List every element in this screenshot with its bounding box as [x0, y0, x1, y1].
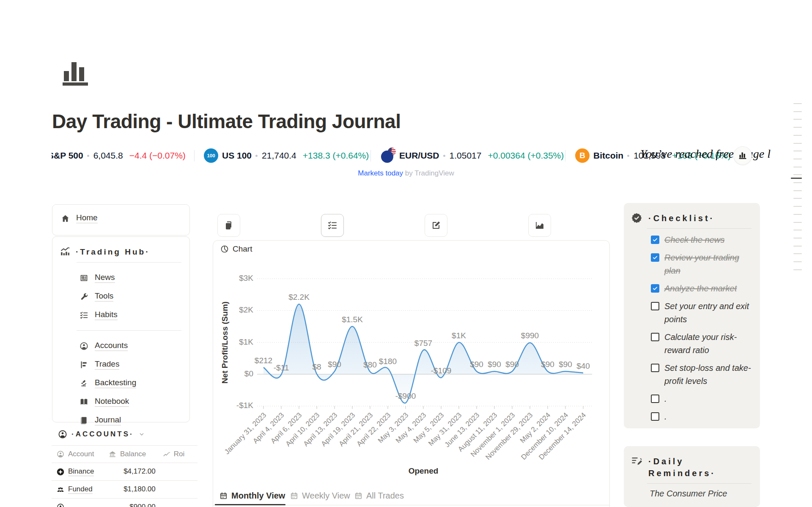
outline-dash[interactable]	[793, 238, 802, 238]
outline-dash[interactable]	[793, 159, 802, 159]
toolbar-button-habits-checklist-icon[interactable]	[321, 214, 344, 237]
outline-dash[interactable]	[793, 230, 802, 230]
outline-dash[interactable]	[793, 111, 802, 112]
outline-dash[interactable]	[793, 174, 802, 175]
toolbar-button-edit-square-icon[interactable]	[425, 214, 447, 237]
roi-cell[interactable]	[160, 499, 198, 507]
sidebar-item-label[interactable]: Habits	[95, 310, 118, 320]
outline-dash-active[interactable]	[791, 178, 802, 179]
column-header-account[interactable]: Account	[52, 446, 106, 463]
account-cell[interactable]: Funded	[52, 481, 106, 498]
bank-icon	[109, 450, 116, 458]
sidebar-item-label[interactable]: Trades	[95, 359, 119, 370]
outline-dash[interactable]	[793, 182, 802, 183]
outline-dash[interactable]	[793, 222, 802, 223]
chevron-down-icon[interactable]	[138, 431, 145, 438]
sidebar-item-label[interactable]: Accounts	[95, 341, 128, 351]
sidebar-item-tools[interactable]: Tools	[52, 287, 189, 306]
account-cell[interactable]: Binance	[52, 463, 106, 480]
unchecked-checkbox[interactable]	[651, 395, 659, 403]
outline-dash[interactable]	[793, 167, 802, 167]
tab-all-trades[interactable]: All Trades	[354, 491, 404, 501]
roi-cell[interactable]	[160, 481, 198, 498]
checklist-item: Check the news	[651, 233, 752, 247]
ticker-divider	[194, 150, 195, 162]
ticker-item-eur-usd[interactable]: EUR/USD1.05017+0.00364 (+0.35%)	[381, 143, 564, 168]
sidebar-item-habits[interactable]: Habits	[52, 306, 189, 324]
outline-dash[interactable]	[793, 269, 802, 270]
person-circle-icon	[57, 503, 64, 507]
outline-dash[interactable]	[793, 214, 802, 215]
binance-star-icon	[57, 468, 64, 476]
checked-checkbox[interactable]	[651, 253, 659, 262]
sidebar-item-journal[interactable]: Journal	[52, 411, 189, 430]
outline-dash[interactable]	[793, 253, 802, 254]
account-cell[interactable]	[52, 499, 106, 507]
balance-cell[interactable]: $900.00	[106, 499, 160, 507]
list-pencil-icon	[631, 455, 642, 467]
outline-dash[interactable]	[793, 246, 802, 247]
checklist-item-label: Calculate your risk-reward ratio	[664, 331, 752, 357]
sidebar-item-label[interactable]: Home	[76, 213, 98, 223]
page-bar-chart-icon[interactable]	[56, 58, 94, 89]
ticker-value: 6,045.8	[93, 151, 123, 161]
account-link[interactable]: Funded	[68, 485, 93, 494]
outline-dash[interactable]	[793, 261, 802, 262]
outline-dash[interactable]	[793, 127, 802, 128]
chevron-down-icon	[138, 431, 145, 438]
seal-check-icon	[631, 212, 642, 224]
balance-cell[interactable]: $4,172.00	[106, 463, 160, 480]
column-header-balance[interactable]: Balance	[106, 446, 160, 463]
accounts-section-header[interactable]: ·ACCOUNTS·	[58, 430, 145, 439]
tradingview-logo-badge[interactable]	[734, 147, 752, 164]
ticker-item-us-100[interactable]: 100US 10021,740.4+138.3 (+0.64%)	[204, 143, 369, 168]
outline-dash[interactable]	[793, 190, 802, 191]
sidebar-item-label[interactable]: Journal	[95, 415, 121, 425]
column-header-roi[interactable]: Roi	[160, 446, 198, 463]
outline-dash[interactable]	[793, 206, 802, 207]
daily-reminders-callout: ·Daily Reminders· The Consumer Price	[624, 446, 760, 507]
toolbar-button-pages-icon[interactable]	[217, 214, 240, 237]
checked-checkbox[interactable]	[651, 284, 659, 293]
journal-book-icon	[80, 416, 88, 425]
outline-dash[interactable]	[793, 198, 802, 199]
tab-label: Monthly View	[231, 491, 285, 501]
market-ticker-widget: S&P 5006,045.8−4.4 (−0.07%)100US 10021,7…	[52, 143, 771, 168]
outline-dash[interactable]	[793, 151, 802, 151]
sidebar-item-label[interactable]: Backtesting	[95, 378, 136, 388]
data-point-label: $90	[315, 360, 354, 369]
sidebar-item-backtesting[interactable]: Backtesting	[52, 374, 189, 392]
tab-weekly-view[interactable]: Weekly View	[290, 491, 350, 501]
checklist-item: Review your trading plan	[651, 251, 752, 277]
tab-monthly-view[interactable]: Monthly View	[219, 491, 285, 501]
sidebar-item-news[interactable]: News	[52, 269, 189, 287]
balance-cell[interactable]: $1,180.00	[106, 481, 160, 498]
pages-icon	[224, 220, 234, 230]
unchecked-checkbox[interactable]	[651, 302, 659, 310]
sidebar-item-notebook[interactable]: Notebook	[52, 392, 189, 411]
unchecked-checkbox[interactable]	[651, 364, 659, 372]
sidebar-item-home[interactable]: Home	[52, 205, 189, 223]
y-axis-tick-label: -$1K	[224, 401, 253, 410]
dot-separator	[87, 155, 89, 157]
roi-cell[interactable]	[160, 463, 198, 480]
toolbar-button-area-chart-icon[interactable]	[528, 214, 551, 237]
unchecked-checkbox[interactable]	[651, 412, 659, 421]
checklist-callout: ·Checklist· Check the newsReview your tr…	[624, 203, 760, 428]
sidebar-item-accounts[interactable]: Accounts	[52, 337, 189, 355]
unchecked-checkbox[interactable]	[651, 333, 659, 341]
outline-dash[interactable]	[793, 135, 802, 136]
sidebar-item-label[interactable]: Notebook	[95, 397, 129, 407]
checked-checkbox[interactable]	[651, 236, 659, 244]
outline-dash[interactable]	[793, 103, 802, 104]
markets-today-link[interactable]: Markets today	[358, 169, 403, 177]
ticker-item-s-p-500[interactable]: S&P 5006,045.8−4.4 (−0.07%)	[52, 143, 186, 168]
bar-chart-icon	[738, 151, 747, 160]
sidebar-item-label[interactable]: Tools	[95, 291, 113, 301]
accounts-section-title: ·ACCOUNTS·	[71, 430, 134, 438]
sidebar-item-trades[interactable]: Trades	[52, 355, 189, 374]
outline-dash[interactable]	[793, 143, 802, 144]
sidebar-item-label[interactable]: News	[95, 273, 115, 283]
account-link[interactable]: Binance	[68, 467, 94, 476]
outline-dash[interactable]	[793, 119, 802, 120]
